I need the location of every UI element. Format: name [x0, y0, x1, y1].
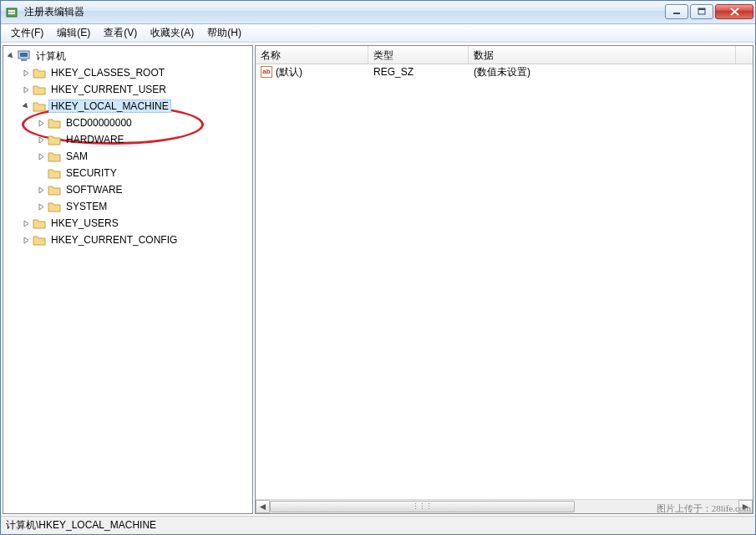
tree-item-computer[interactable]: 计算机 [3, 48, 252, 64]
svg-rect-9 [20, 53, 28, 57]
folder-icon [48, 201, 61, 212]
tree-item-sam[interactable]: SAM [33, 148, 252, 165]
expand-icon[interactable] [35, 184, 47, 196]
expand-icon[interactable] [35, 117, 47, 129]
tree-item-bcd[interactable]: BCD00000000 [33, 115, 252, 131]
menu-view[interactable]: 查看(V) [97, 24, 144, 42]
tree-label: HKEY_CLASSES_ROOT [48, 66, 167, 79]
titlebar: 注册表编辑器 [1, 1, 755, 24]
folder-icon [33, 84, 46, 95]
cell-data: (数值未设置) [469, 64, 736, 80]
computer-icon [18, 50, 31, 62]
list-row[interactable]: ab (默认) REG_SZ (数值未设置) [256, 64, 753, 79]
menu-edit[interactable]: 编辑(E) [50, 24, 97, 42]
tree-item-hkcc[interactable]: HKEY_CURRENT_CONFIG [18, 232, 252, 248]
string-value-icon: ab [261, 66, 272, 78]
folder-icon [33, 67, 46, 79]
svg-rect-2 [8, 13, 15, 14]
tree-item-software[interactable]: SOFTWARE [33, 181, 252, 198]
tree-label: HKEY_USERS [48, 217, 121, 230]
folder-icon [48, 117, 61, 129]
svg-rect-1 [8, 10, 15, 12]
tree-label: SECURITY [63, 166, 119, 180]
expand-icon[interactable] [35, 150, 47, 162]
tree-item-hklm[interactable]: HKEY_LOCAL_MACHINE [18, 98, 252, 115]
window-title: 注册表编辑器 [24, 5, 663, 19]
tree-label: HKEY_CURRENT_CONFIG [48, 233, 180, 247]
tree-label: HKEY_LOCAL_MACHINE [48, 99, 171, 113]
svg-rect-10 [21, 59, 27, 61]
tree-label: HKEY_CURRENT_USER [48, 83, 169, 96]
tree-item-hku[interactable]: HKEY_USERS [18, 215, 252, 232]
content-area: 计算机 HKEY_CLASSES_ROOT HKEY_CURRENT_USER [1, 43, 755, 516]
tree-item-hkcu[interactable]: HKEY_CURRENT_USER [18, 81, 252, 98]
menu-file[interactable]: 文件(F) [4, 24, 50, 42]
tree-item-security[interactable]: SECURITY [33, 165, 252, 181]
menubar: 文件(F) 编辑(E) 查看(V) 收藏夹(A) 帮助(H) [1, 24, 755, 43]
tree-label: BCD00000000 [63, 116, 134, 130]
tree-item-system[interactable]: SYSTEM [33, 198, 252, 215]
column-type[interactable]: 类型 [368, 46, 469, 64]
maximize-button[interactable] [690, 4, 713, 19]
cell-type: REG_SZ [368, 65, 469, 79]
column-data[interactable]: 数据 [469, 46, 736, 64]
status-path: 计算机\HKEY_LOCAL_MACHINE [6, 518, 156, 532]
collapse-icon[interactable] [20, 100, 32, 112]
tree-item-hardware[interactable]: HARDWARE [33, 131, 252, 148]
folder-icon [33, 234, 46, 246]
minimize-button[interactable] [665, 4, 688, 19]
registry-editor-window: 注册表编辑器 文件(F) 编辑(E) 查看(V) 收藏夹(A) 帮助(H) 计算… [0, 0, 756, 535]
collapse-icon[interactable] [5, 50, 17, 62]
list-header: 名称 类型 数据 [256, 46, 753, 64]
expand-icon[interactable] [20, 234, 32, 246]
column-name[interactable]: 名称 [256, 46, 368, 64]
expand-icon[interactable] [35, 201, 47, 212]
tree-label: SOFTWARE [63, 183, 125, 196]
expand-icon[interactable] [35, 134, 47, 145]
list-body[interactable]: ab (默认) REG_SZ (数值未设置) [256, 64, 753, 499]
folder-icon [33, 100, 46, 112]
statusbar: 计算机\HKEY_LOCAL_MACHINE [1, 516, 755, 534]
expand-icon[interactable] [20, 217, 32, 229]
value-name: (默认) [276, 65, 302, 79]
folder-icon [33, 217, 46, 229]
scroll-thumb[interactable]: ⋮⋮⋮ [270, 501, 575, 512]
expand-icon[interactable] [20, 67, 32, 79]
tree-label: SYSTEM [63, 200, 109, 213]
menu-help[interactable]: 帮助(H) [200, 24, 248, 42]
list-pane: 名称 类型 数据 ab (默认) REG_SZ (数值未设置) ◄ ⋮⋮⋮ [255, 45, 753, 514]
tree-pane[interactable]: 计算机 HKEY_CLASSES_ROOT HKEY_CURRENT_USER [3, 45, 253, 514]
scroll-left-button[interactable]: ◄ [256, 500, 270, 513]
folder-icon [48, 150, 61, 162]
window-controls [663, 4, 753, 21]
tree-label: 计算机 [33, 48, 68, 64]
cell-name: ab (默认) [256, 64, 368, 80]
folder-icon [48, 167, 61, 179]
folder-icon [48, 184, 61, 196]
tree-item-hkcr[interactable]: HKEY_CLASSES_ROOT [18, 64, 252, 81]
tree-label: SAM [63, 150, 90, 163]
folder-icon [48, 134, 61, 145]
expand-icon[interactable] [20, 84, 32, 95]
menu-favorites[interactable]: 收藏夹(A) [144, 24, 200, 42]
app-icon [6, 6, 19, 19]
watermark-text: 图片上传于：28life.com [657, 502, 751, 515]
close-button[interactable] [715, 4, 753, 19]
tree-label: HARDWARE [63, 133, 127, 146]
